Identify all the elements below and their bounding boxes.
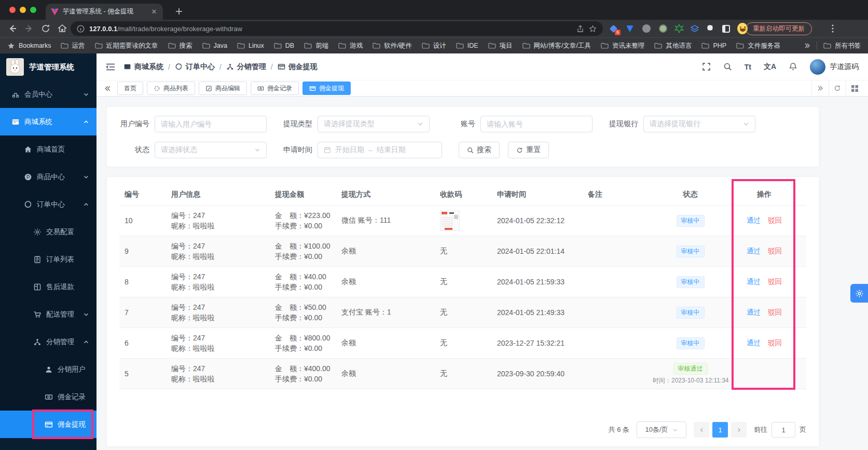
forward-icon[interactable] xyxy=(24,23,34,34)
approve-link[interactable]: 通过 xyxy=(747,338,761,348)
approve-link[interactable]: 通过 xyxy=(747,247,761,256)
locale-icon[interactable]: 文A xyxy=(764,62,776,72)
bookmark-folder[interactable]: IDE xyxy=(456,42,478,49)
sidebar-item-分销管理[interactable]: 分销管理 xyxy=(0,328,97,356)
bookmark-folder[interactable]: 其他语言 xyxy=(654,42,692,50)
table-row[interactable]: 10编号：247昵称：啦啦啦金 额：¥223.00手续费：¥0.00微信 账号：… xyxy=(119,206,806,236)
minimize-window-button[interactable] xyxy=(20,7,26,13)
tabs-scroll-right-icon[interactable] xyxy=(811,80,829,96)
bookmark-folder[interactable]: PHP xyxy=(701,42,726,49)
table-row[interactable]: 5编号：247昵称：啦啦啦金 额：¥400.00手续费：¥0.00余额无2023… xyxy=(119,359,806,389)
bookmarks-overflow-icon[interactable] xyxy=(803,42,810,49)
sidebar-item-会员中心[interactable]: 会员中心 xyxy=(0,80,97,108)
sidebar-item-订单列表[interactable]: 订单列表 xyxy=(0,246,97,273)
breadcrumb-item[interactable]: 订单中心 xyxy=(175,62,215,72)
status-select[interactable]: 请选择状态 xyxy=(155,142,267,158)
fullscreen-icon[interactable] xyxy=(702,62,711,71)
reject-link[interactable]: 驳回 xyxy=(768,308,782,317)
bookmark-folder[interactable]: 设计 xyxy=(422,42,446,50)
sidebar-item-售后退款[interactable]: 售后退款 xyxy=(0,273,97,301)
bookmark-folder[interactable]: 文件服务器 xyxy=(736,42,780,50)
breadcrumb-item[interactable]: 分销管理 xyxy=(226,62,266,72)
green-star-icon[interactable] xyxy=(674,24,684,33)
table-row[interactable]: 7编号：247昵称：啦啦啦金 额：¥50.00手续费：¥0.00支付宝 账号：1… xyxy=(119,297,806,328)
close-window-button[interactable] xyxy=(9,7,16,13)
all-bookmarks[interactable]: 所有书签 xyxy=(823,42,861,50)
page-tab-佣金提现[interactable]: 佣金提现 xyxy=(302,81,351,95)
breadcrumb-item[interactable]: 佣金提现 xyxy=(278,62,318,72)
puzzle-icon[interactable] xyxy=(706,24,714,33)
tabs-scroll-left-icon[interactable] xyxy=(104,85,112,92)
table-row[interactable]: 9编号：247昵称：啦啦啦金 额：¥100.00手续费：¥0.00余额无2024… xyxy=(119,236,806,267)
bookmark-folder[interactable]: Linux xyxy=(237,42,264,49)
sidebar-item-交易配置[interactable]: 交易配置 xyxy=(0,218,97,246)
user-no-input[interactable] xyxy=(155,116,267,132)
qr-code-image[interactable] xyxy=(440,210,460,231)
approve-link[interactable]: 通过 xyxy=(747,277,761,287)
app-logo[interactable]: 芋道管理系统 xyxy=(0,53,97,80)
collapse-menu-icon[interactable] xyxy=(106,63,115,71)
extension-badge-icon[interactable]: 6 xyxy=(608,23,618,34)
bank-select[interactable]: 请选择提现银行 xyxy=(643,116,755,132)
reject-link[interactable]: 驳回 xyxy=(768,338,782,348)
page-tab-首页[interactable]: 首页 xyxy=(117,81,143,95)
sidebar-item-分销用户[interactable]: 分销用户 xyxy=(0,356,97,383)
approve-link[interactable]: 通过 xyxy=(747,308,761,317)
close-tab-icon[interactable]: ✕ xyxy=(150,8,158,16)
bookmark-folder[interactable]: 搜索 xyxy=(168,42,192,50)
refresh-tab-icon[interactable] xyxy=(829,80,846,96)
reject-link[interactable]: 驳回 xyxy=(768,247,782,256)
side-panel-icon[interactable] xyxy=(721,23,731,34)
date-range-picker[interactable]: 开始日期 – 结束日期 xyxy=(318,142,442,158)
kite-icon[interactable] xyxy=(625,23,635,34)
table-row[interactable]: 6编号：247昵称：啦啦啦金 额：¥800.00手续费：¥0.00余额无2023… xyxy=(119,328,806,359)
sidebar-item-商城系统[interactable]: 商城系统 xyxy=(0,108,97,135)
theme-settings-button[interactable] xyxy=(850,284,868,303)
font-size-icon[interactable]: Tt xyxy=(745,63,751,71)
browser-menu-icon[interactable] xyxy=(828,23,837,34)
restart-update-button[interactable]: 重新启动即可更新 xyxy=(746,22,812,35)
sidebar-item-配送管理[interactable]: 配送管理 xyxy=(0,301,97,328)
sidebar-item-商品中心[interactable]: 商品中心 xyxy=(0,163,97,190)
gray-circle-icon[interactable] xyxy=(641,23,652,34)
bookmark-star-icon[interactable] xyxy=(589,25,597,33)
goto-page-input[interactable] xyxy=(771,422,795,438)
sidebar-item-佣金记录[interactable]: 佣金记录 xyxy=(0,383,97,411)
reset-button[interactable]: 重置 xyxy=(508,142,549,158)
page-tab-商品列表[interactable]: 商品列表 xyxy=(147,81,195,95)
green-circle-icon[interactable] xyxy=(658,23,668,34)
search-icon[interactable] xyxy=(723,62,732,71)
bookmark-folder[interactable]: 游戏 xyxy=(338,42,363,50)
back-icon[interactable] xyxy=(7,23,18,34)
sidebar-item-佣金提现[interactable]: 佣金提现 xyxy=(0,411,97,438)
user-menu[interactable]: 芋道源码 xyxy=(810,59,859,75)
info-icon[interactable] xyxy=(77,25,85,33)
bell-icon[interactable] xyxy=(789,62,797,71)
page-tab-佣金记录[interactable]: 佣金记录 xyxy=(251,81,299,95)
reject-link[interactable]: 驳回 xyxy=(768,277,782,287)
page-number-button[interactable]: 1 xyxy=(712,422,728,438)
new-tab-button[interactable] xyxy=(172,5,186,18)
browser-tab[interactable]: 芋道管理系统 - 佣金提现 ✕ xyxy=(46,4,163,20)
bookmark-folder[interactable]: 前端 xyxy=(304,42,328,50)
reload-icon[interactable] xyxy=(40,23,51,34)
page-size-select[interactable]: 10条/页 xyxy=(637,421,686,438)
tab-options-grid-icon[interactable] xyxy=(846,80,863,96)
page-tab-商品编辑[interactable]: 商品编辑 xyxy=(199,81,247,95)
bookmarks-root[interactable]: Bookmarks xyxy=(7,42,51,50)
prev-page-button[interactable] xyxy=(694,422,709,438)
bookmark-folder[interactable]: Java xyxy=(202,42,227,49)
bookmark-folder[interactable]: 项目 xyxy=(488,42,513,50)
bookmark-folder[interactable]: DB xyxy=(274,42,294,49)
type-select[interactable]: 请选择提现类型 xyxy=(318,116,430,132)
address-bar[interactable]: 127.0.0.1/mall/trade/brokerage/brokerage… xyxy=(71,21,603,36)
table-row[interactable]: 8编号：247昵称：啦啦啦金 额：¥40.00手续费：¥0.00余额无2024-… xyxy=(119,267,806,297)
sidebar-item-订单中心[interactable]: 订单中心 xyxy=(0,190,97,218)
bookmark-folder[interactable]: 资讯未整理 xyxy=(601,42,645,50)
sidebar-item-商城首页[interactable]: 商城首页 xyxy=(0,135,97,163)
reject-link[interactable]: 驳回 xyxy=(768,216,782,225)
search-button[interactable]: 搜索 xyxy=(459,142,500,158)
bookmark-folder[interactable]: 近期需要读的文章 xyxy=(95,42,158,50)
account-input[interactable] xyxy=(480,116,593,132)
maximize-window-button[interactable] xyxy=(30,7,36,13)
